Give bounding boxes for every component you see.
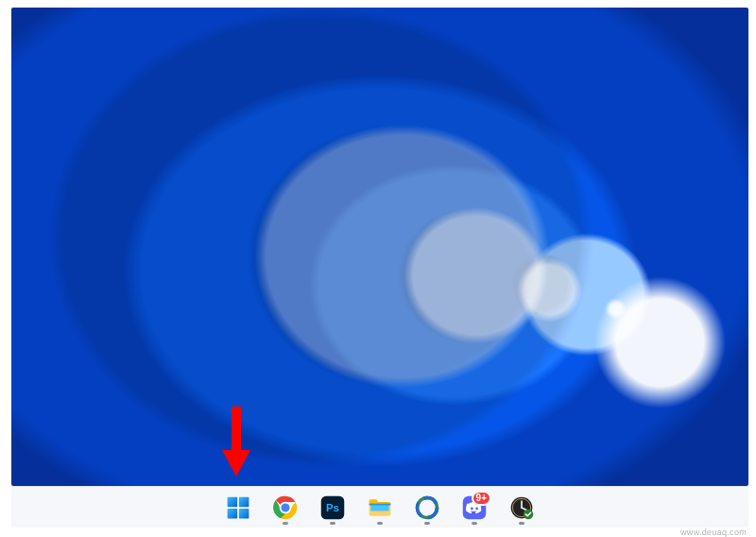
svg-rect-11 <box>369 503 391 505</box>
discord-button[interactable]: 9+ <box>455 489 493 527</box>
svg-rect-2 <box>228 508 238 518</box>
svg-text:Ps: Ps <box>326 502 339 513</box>
clock-app-button[interactable] <box>503 489 541 527</box>
svg-rect-1 <box>239 496 249 507</box>
watermark-text: www.deuaq.com <box>680 528 747 537</box>
clock-icon <box>508 494 535 521</box>
photoshop-icon: Ps <box>319 494 346 521</box>
taskbar: Ps <box>11 486 748 528</box>
svg-point-16 <box>471 507 473 510</box>
start-button[interactable] <box>219 489 257 527</box>
desktop-wallpaper <box>11 8 748 486</box>
discord-badge: 9+ <box>472 491 491 506</box>
chrome-button[interactable] <box>266 489 304 527</box>
svg-rect-0 <box>228 496 238 507</box>
svg-rect-3 <box>239 508 249 518</box>
sharex-icon <box>414 494 440 521</box>
file-explorer-button[interactable] <box>361 489 399 527</box>
chrome-icon <box>272 494 299 521</box>
svg-point-17 <box>475 507 478 510</box>
photoshop-button[interactable]: Ps <box>314 489 352 527</box>
desktop-screen: Ps <box>0 0 756 537</box>
windows-start-icon <box>225 494 251 521</box>
sharex-button[interactable] <box>408 489 446 527</box>
file-explorer-icon <box>367 494 393 521</box>
